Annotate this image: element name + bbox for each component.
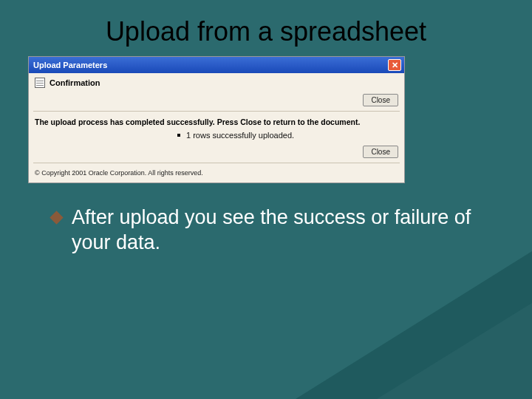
dialog-title: Upload Parameters bbox=[33, 61, 107, 69]
rows-uploaded-line: 1 rows successfully uploaded. bbox=[33, 128, 400, 144]
copyright-text: © Copyright 2001 Oracle Corporation. All… bbox=[33, 166, 400, 178]
diamond-bullet-icon bbox=[50, 211, 63, 224]
slide-corner-accent-inner bbox=[377, 303, 532, 399]
top-button-row: Close bbox=[33, 92, 400, 109]
close-button-top[interactable]: Close bbox=[363, 94, 398, 106]
bottom-button-row: Close bbox=[33, 144, 400, 161]
dialog-body: Confirmation Close The upload process ha… bbox=[29, 73, 404, 183]
confirmation-row: Confirmation bbox=[33, 76, 400, 92]
bullet-icon bbox=[177, 134, 180, 137]
close-button-bottom[interactable]: Close bbox=[363, 146, 398, 158]
confirmation-label: Confirmation bbox=[50, 78, 100, 87]
slide-title: Upload from a spreadsheet bbox=[0, 0, 532, 56]
rows-uploaded-text: 1 rows successfully uploaded. bbox=[186, 131, 294, 140]
slide-bullet-text: After upload you see the success or fail… bbox=[72, 205, 502, 256]
slide-bullet: After upload you see the success or fail… bbox=[52, 205, 502, 256]
divider-bottom bbox=[33, 163, 400, 163]
dialog-titlebar: Upload Parameters ✕ bbox=[29, 57, 404, 73]
divider bbox=[33, 111, 400, 112]
close-icon[interactable]: ✕ bbox=[388, 59, 401, 71]
upload-dialog-screenshot: Upload Parameters ✕ Confirmation Close T… bbox=[28, 56, 405, 183]
spreadsheet-icon bbox=[35, 78, 45, 88]
upload-success-message: The upload process has completed success… bbox=[33, 115, 400, 128]
